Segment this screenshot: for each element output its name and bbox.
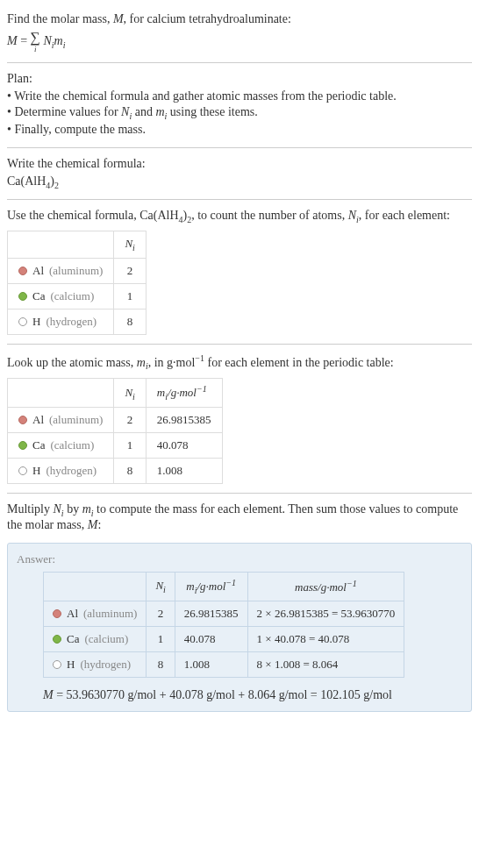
m-value: 26.9815385 (175, 601, 247, 627)
plan-list: • Write the chemical formula and gather … (7, 89, 472, 137)
divider (7, 147, 472, 148)
table-header-element (44, 573, 147, 601)
divider (7, 199, 472, 200)
table-row: H (hydrogen) 8 (8, 309, 147, 334)
table-header-n: Ni (114, 231, 146, 259)
table-row: Ca (calcium) 1 40.078 1 × 40.078 = 40.07… (44, 627, 404, 652)
atom-count-table: Ni Al (aluminum) 2 Ca (calcium) 1 H (hyd… (7, 231, 147, 335)
element-dot-icon (18, 466, 27, 475)
m-value: 26.9815385 (146, 408, 222, 433)
table-header-row: Ni mi/g·mol−1 (8, 379, 223, 408)
n-value: 2 (114, 258, 146, 283)
table-row: H (hydrogen) 8 1.008 (8, 459, 223, 484)
intro-section: Find the molar mass, M, for calcium tetr… (7, 7, 472, 59)
table-header-element (8, 379, 114, 408)
count-atoms-section: Use the chemical formula, Ca(AlH4)2, to … (7, 203, 472, 340)
multiply-text: Multiply Ni by mi to compute the mass fo… (7, 502, 472, 532)
mass-value: 8 × 1.008 = 8.064 (247, 652, 404, 678)
atomic-mass-section: Look up the atomic mass, mi, in g·mol−1 … (7, 348, 472, 489)
divider (7, 62, 472, 63)
plan-item: • Finally, compute the mass. (7, 123, 472, 137)
element-dot-icon (53, 635, 61, 644)
multiply-section: Multiply Ni by mi to compute the mass fo… (7, 497, 472, 537)
plan-section: Plan: • Write the chemical formula and g… (7, 67, 472, 144)
chemical-formula: Ca(AlH4)2 (7, 174, 472, 190)
table-header-m: mi/g·mol−1 (175, 573, 247, 601)
table-row: Al (aluminum) 2 (8, 258, 147, 283)
element-cell: Ca (calcium) (8, 433, 114, 459)
element-dot-icon (18, 292, 27, 301)
plan-item: • Determine values for Ni and mi using t… (7, 105, 472, 121)
table-row: Al (aluminum) 2 26.9815385 (8, 408, 223, 433)
element-dot-icon (18, 416, 27, 424)
answer-table: Ni mi/g·mol−1 mass/g·mol−1 Al (aluminum)… (43, 572, 404, 678)
answer-label: Answer: (17, 552, 462, 566)
m-value: 1.008 (146, 459, 222, 484)
table-header-row: Ni mi/g·mol−1 mass/g·mol−1 (44, 573, 404, 601)
table-row: H (hydrogen) 8 1.008 8 × 1.008 = 8.064 (44, 652, 404, 678)
n-value: 8 (147, 652, 175, 678)
table-header-element (8, 231, 114, 259)
m-value: 40.078 (146, 433, 222, 459)
n-value: 2 (147, 601, 175, 627)
element-dot-icon (18, 317, 27, 326)
element-cell: H (hydrogen) (44, 652, 147, 678)
write-formula-title: Write the chemical formula: (7, 157, 472, 171)
atomic-mass-table: Ni mi/g·mol−1 Al (aluminum) 2 26.9815385… (7, 378, 223, 484)
table-row: Ca (calcium) 1 40.078 (8, 433, 223, 459)
atomic-mass-text: Look up the atomic mass, mi, in g·mol−1 … (7, 353, 472, 371)
table-header-row: Ni (8, 231, 147, 259)
final-formula: M = 53.9630770 g/mol + 40.078 g/mol + 8.… (43, 688, 462, 702)
count-atoms-text: Use the chemical formula, Ca(AlH4)2, to … (7, 209, 472, 224)
write-formula-section: Write the chemical formula: Ca(AlH4)2 (7, 152, 472, 196)
answer-content: Ni mi/g·mol−1 mass/g·mol−1 Al (aluminum)… (17, 572, 462, 702)
plan-title: Plan: (7, 72, 472, 86)
element-cell: Al (aluminum) (8, 408, 114, 433)
table-header-n: Ni (114, 379, 146, 408)
element-cell: Al (aluminum) (8, 258, 114, 283)
element-cell: Ca (calcium) (8, 283, 114, 309)
element-cell: H (hydrogen) (8, 459, 114, 484)
element-cell: Ca (calcium) (44, 627, 147, 652)
table-row: Ca (calcium) 1 (8, 283, 147, 309)
answer-box: Answer: Ni mi/g·mol−1 mass/g·mol−1 Al (a… (7, 543, 472, 712)
table-header-n: Ni (147, 573, 175, 601)
mass-value: 1 × 40.078 = 40.078 (247, 627, 404, 652)
n-value: 2 (114, 408, 146, 433)
m-value: 40.078 (175, 627, 247, 652)
divider (7, 493, 472, 494)
element-dot-icon (18, 267, 27, 275)
element-dot-icon (53, 609, 61, 618)
molar-mass-formula: M = ∑i Nimi (7, 30, 472, 53)
n-value: 8 (114, 459, 146, 484)
table-header-mass: mass/g·mol−1 (247, 573, 404, 601)
n-value: 1 (114, 433, 146, 459)
table-header-m: mi/g·mol−1 (146, 379, 222, 408)
m-value: 1.008 (175, 652, 247, 678)
mass-value: 2 × 26.9815385 = 53.9630770 (247, 601, 404, 627)
element-dot-icon (53, 660, 61, 669)
divider (7, 344, 472, 345)
plan-item: • Write the chemical formula and gather … (7, 89, 472, 103)
element-dot-icon (18, 441, 27, 450)
n-value: 1 (147, 627, 175, 652)
table-row: Al (aluminum) 2 26.9815385 2 × 26.981538… (44, 601, 404, 627)
n-value: 8 (114, 309, 146, 334)
n-value: 1 (114, 283, 146, 309)
intro-text: Find the molar mass, M, for calcium tetr… (7, 12, 472, 26)
element-cell: Al (aluminum) (44, 601, 147, 627)
element-cell: H (hydrogen) (8, 309, 114, 334)
